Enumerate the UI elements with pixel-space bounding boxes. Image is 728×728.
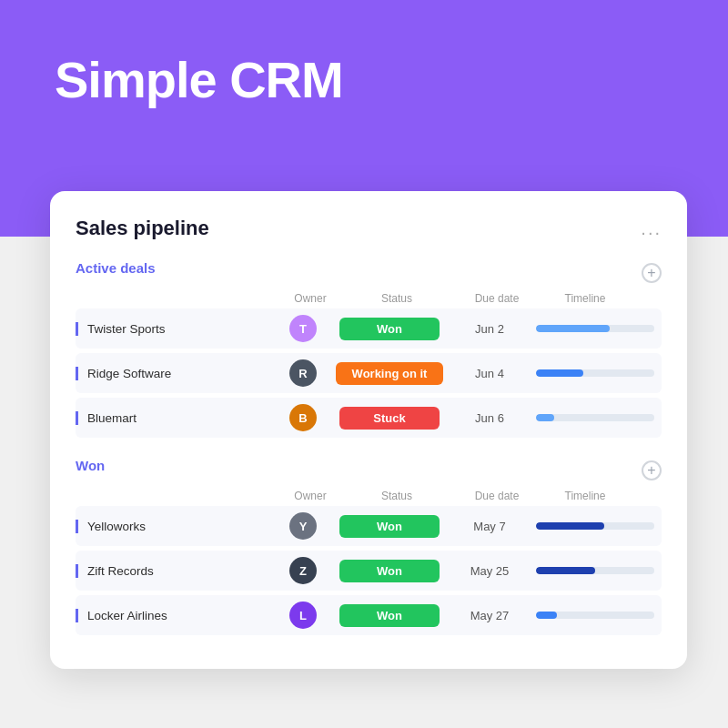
status-badge: Stuck	[339, 407, 440, 430]
timeline-fill	[536, 325, 610, 332]
deal-name: Ridge Software	[76, 367, 276, 380]
active-table-header: Owner Status Due date Timeline	[76, 292, 662, 308]
deal-status: Won	[330, 515, 449, 538]
deal-name: Twister Sports	[76, 322, 276, 336]
avatar: T	[289, 315, 317, 342]
deal-status: Won	[330, 560, 449, 582]
add-active-deal-button[interactable]: +	[642, 263, 662, 283]
deal-timeline	[531, 612, 660, 619]
crm-card: Sales pipeline ... Active deals + Owner …	[50, 191, 687, 669]
avatar: Y	[289, 512, 317, 540]
timeline-track	[536, 522, 654, 530]
table-row[interactable]: Twister Sports T Won Jun 2	[76, 308, 662, 349]
timeline-fill	[536, 369, 583, 377]
deal-owner: R	[276, 359, 330, 387]
status-badge: Won	[339, 515, 440, 538]
status-badge: Won	[339, 560, 440, 582]
table-row[interactable]: Bluemart B Stuck Jun 6	[76, 398, 662, 438]
deal-owner: Y	[276, 512, 330, 540]
deal-owner: L	[276, 602, 330, 629]
timeline-fill	[536, 612, 557, 619]
table-row[interactable]: Zift Records Z Won May 25	[76, 551, 662, 591]
deal-due: May 7	[449, 520, 531, 533]
timeline-track	[536, 612, 654, 619]
card-header: Sales pipeline ...	[76, 217, 662, 240]
add-won-deal-button[interactable]: +	[642, 460, 662, 480]
avatar: L	[289, 602, 317, 629]
timeline-fill	[536, 567, 595, 574]
table-row[interactable]: Yelloworks Y Won May 7	[76, 506, 662, 546]
deal-status: Won	[330, 318, 449, 340]
card-title: Sales pipeline	[76, 217, 209, 240]
deal-timeline	[531, 522, 660, 530]
status-badge: Won	[339, 318, 440, 340]
deal-status: Working on it	[330, 362, 449, 385]
timeline-track	[536, 414, 654, 421]
deal-timeline	[531, 369, 660, 377]
deal-due: Jun 6	[449, 411, 531, 425]
timeline-track	[536, 567, 654, 574]
timeline-track	[536, 325, 654, 332]
deal-due: Jun 2	[449, 322, 531, 336]
section-active-title: Active deals	[76, 260, 156, 276]
more-options-button[interactable]: ...	[641, 218, 662, 239]
won-table-header: Owner Status Due date Timeline	[76, 490, 662, 506]
deal-due: May 25	[449, 564, 531, 578]
deal-timeline	[531, 325, 660, 332]
deal-timeline	[531, 414, 660, 421]
section-won: Won + Owner Status Due date Timeline Yel…	[76, 458, 662, 635]
timeline-track	[536, 369, 654, 377]
deal-owner: Z	[276, 557, 330, 584]
deal-name: Locker Airlines	[76, 609, 276, 622]
deal-name: Zift Records	[76, 564, 276, 578]
deal-name: Yelloworks	[76, 520, 276, 533]
deal-owner: B	[276, 404, 330, 431]
deal-status: Won	[330, 604, 449, 627]
deal-owner: T	[276, 315, 330, 342]
deal-name: Bluemart	[76, 411, 276, 425]
avatar: B	[289, 404, 317, 431]
avatar: R	[289, 359, 317, 387]
table-row[interactable]: Ridge Software R Working on it Jun 4	[76, 353, 662, 393]
status-badge: Working on it	[336, 362, 444, 385]
section-active: Active deals + Owner Status Due date Tim…	[76, 260, 662, 438]
table-row[interactable]: Locker Airlines L Won May 27	[76, 595, 662, 635]
avatar: Z	[289, 557, 317, 584]
deal-due: Jun 4	[449, 367, 531, 380]
timeline-fill	[536, 522, 604, 530]
deal-timeline	[531, 567, 660, 574]
status-badge: Won	[339, 604, 440, 627]
deal-due: May 27	[449, 609, 531, 622]
section-won-title: Won	[76, 458, 105, 473]
hero-title: Simple CRM	[55, 50, 343, 109]
deal-status: Stuck	[330, 407, 449, 430]
timeline-fill	[536, 414, 554, 421]
